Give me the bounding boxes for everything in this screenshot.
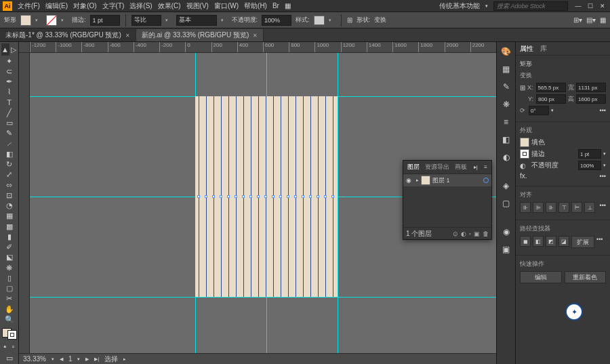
fx-button[interactable]: fx. <box>520 172 527 180</box>
pf-minus[interactable]: ◧ <box>533 236 544 247</box>
transparency-panel-icon[interactable]: ◐ <box>500 150 513 164</box>
free-transform-tool[interactable]: ⊡ <box>1 190 18 200</box>
pf-expand[interactable]: 扩展 <box>571 236 594 248</box>
properties-tab[interactable]: 属性 <box>520 44 533 54</box>
more-options-icon[interactable]: ••• <box>596 236 603 248</box>
menu-select[interactable]: 选择(S) <box>129 1 152 11</box>
opacity-field[interactable] <box>578 161 601 170</box>
align-hcenter[interactable]: ⊫ <box>533 202 544 213</box>
new-sublayer-icon[interactable]: ▫ <box>469 230 471 237</box>
menu-window[interactable]: 窗口(W) <box>214 1 239 11</box>
stock-search-input[interactable] <box>493 1 568 11</box>
menu-help[interactable]: 帮助(H) <box>244 1 267 11</box>
fill-proxy[interactable] <box>520 138 529 147</box>
pf-unite[interactable]: ◼ <box>520 236 531 247</box>
align-left[interactable]: ⊪ <box>520 202 531 213</box>
h-input[interactable] <box>576 94 606 104</box>
align-bottom[interactable]: ⊥ <box>584 202 595 213</box>
color-mode[interactable]: ▪ <box>1 340 9 352</box>
align-icon[interactable]: ⊞ <box>347 16 352 24</box>
bridge-icon[interactable]: Br <box>272 2 279 9</box>
gradient-mode[interactable]: ▫ <box>9 340 18 352</box>
visibility-icon[interactable]: ◉ <box>406 177 414 184</box>
expand-icon[interactable]: ▸ <box>416 178 419 183</box>
zoom-display[interactable]: 33.33% <box>23 355 46 363</box>
width-tool[interactable]: ⬄ <box>1 180 18 190</box>
delete-layer-icon[interactable]: 🗑 <box>483 230 489 237</box>
guide-v[interactable] <box>338 53 338 353</box>
shaper-tool[interactable]: ⟋ <box>1 139 18 148</box>
symbol-sprayer-tool[interactable]: ❋ <box>1 263 18 272</box>
pf-intersect[interactable]: ◩ <box>546 236 556 247</box>
close-icon[interactable]: ✕ <box>125 33 130 39</box>
rectangle-tool[interactable]: ▭ <box>1 119 18 128</box>
align-top[interactable]: ⊤ <box>558 202 569 213</box>
recolor-button[interactable]: 重新着色 <box>565 271 607 283</box>
snap-icon[interactable]: ⊞▾ <box>573 16 582 24</box>
stroke-profile[interactable] <box>131 15 161 26</box>
layers-tab[interactable]: 图层 <box>407 163 420 171</box>
more-options-icon[interactable]: ••• <box>600 173 606 180</box>
window-maximize[interactable]: ☐ <box>586 2 595 10</box>
brush-tool[interactable]: ✎ <box>1 129 18 138</box>
stroke-swatch[interactable] <box>46 15 57 26</box>
gradient-panel-icon[interactable]: ◧ <box>500 133 513 146</box>
zoom-tool[interactable]: 🔍 <box>1 315 18 324</box>
lasso-tool[interactable]: ⊂ <box>1 66 18 76</box>
scale-tool[interactable]: ⤢ <box>1 170 18 180</box>
doc-tab-2[interactable]: 新的.ai @ 33.33% (RGB/GPU 预览)✕ <box>136 29 264 41</box>
eraser-tool[interactable]: ◧ <box>1 149 18 159</box>
fill-dd[interactable]: ▾ <box>35 18 42 23</box>
gradient-tool[interactable]: ▮ <box>1 232 18 241</box>
selection-indicator[interactable] <box>483 178 489 183</box>
brushes-panel-icon[interactable]: ✎ <box>500 80 513 94</box>
menu-file[interactable]: 文件(F) <box>18 1 40 11</box>
more-options-icon[interactable]: ••• <box>600 107 606 114</box>
collapse-icon[interactable]: ▸| <box>474 164 478 170</box>
panel-menu-icon[interactable]: ≡ <box>484 164 487 170</box>
stroke-weight-input[interactable] <box>90 15 120 26</box>
stroke-panel-icon[interactable]: ≡ <box>500 115 513 129</box>
perspective-tool[interactable]: ▦ <box>1 211 18 221</box>
artboard-tool[interactable]: ▢ <box>1 284 18 294</box>
transform-link[interactable]: 变换 <box>374 16 386 24</box>
layers-panel-icon[interactable]: ◈ <box>500 179 513 193</box>
stroke-dd[interactable]: ▾ <box>61 18 68 23</box>
libraries-tab[interactable]: 库 <box>540 44 547 54</box>
stroke-proxy[interactable] <box>520 149 529 159</box>
align-vcenter[interactable]: ⊢ <box>571 202 582 213</box>
clip-mask-icon[interactable]: ◐ <box>461 230 466 237</box>
workspace-switcher[interactable]: 传统基本功能 <box>439 1 480 11</box>
direct-select-tool[interactable]: ▷ <box>9 43 18 56</box>
opacity-input[interactable] <box>262 15 291 26</box>
y-input[interactable] <box>536 94 566 104</box>
type-tool[interactable]: T <box>1 98 18 107</box>
angle-input[interactable] <box>529 106 549 115</box>
layers-panel[interactable]: 图层 资源导出 画板 ▸| ≡ ◉ ▸ 图层 1 1 个图层 ⊙ ◐ ▫ ▣ 🗑 <box>403 160 492 240</box>
graphic-styles-panel-icon[interactable]: ▣ <box>500 243 513 256</box>
view-icon[interactable]: ▦ <box>600 16 606 24</box>
symbols-panel-icon[interactable]: ❋ <box>500 98 513 111</box>
menu-edit[interactable]: 编辑(E) <box>45 1 68 11</box>
brush-def[interactable] <box>176 15 217 26</box>
x-input[interactable] <box>536 83 566 92</box>
window-close[interactable]: ✕ <box>598 2 607 10</box>
curvature-tool[interactable]: ⌇ <box>1 87 18 97</box>
screen-mode[interactable]: ▭ <box>1 353 18 363</box>
selected-artwork[interactable] <box>195 96 338 297</box>
align-right[interactable]: ⊪ <box>546 202 556 213</box>
stroke-weight[interactable] <box>578 149 601 159</box>
slice-tool[interactable]: ✂ <box>1 294 18 304</box>
edit-button[interactable]: 编辑 <box>520 271 562 283</box>
layer-row[interactable]: ◉ ▸ 图层 1 <box>403 174 491 186</box>
locate-icon[interactable]: ⊙ <box>453 230 458 237</box>
rotate-tool[interactable]: ↻ <box>1 160 18 169</box>
artboards-tab[interactable]: 画板 <box>455 163 467 171</box>
appearance-panel-icon[interactable]: ◉ <box>500 225 513 239</box>
guide-h[interactable] <box>30 297 496 298</box>
doc-tab-1[interactable]: 未标题-1* @ 33.33% (RGB/GPU 预览)✕ <box>0 29 136 41</box>
menu-object[interactable]: 对象(O) <box>73 1 96 11</box>
new-layer-icon[interactable]: ▣ <box>474 230 480 237</box>
hand-tool[interactable]: ✋ <box>1 304 18 314</box>
window-minimize[interactable]: — <box>573 2 583 10</box>
